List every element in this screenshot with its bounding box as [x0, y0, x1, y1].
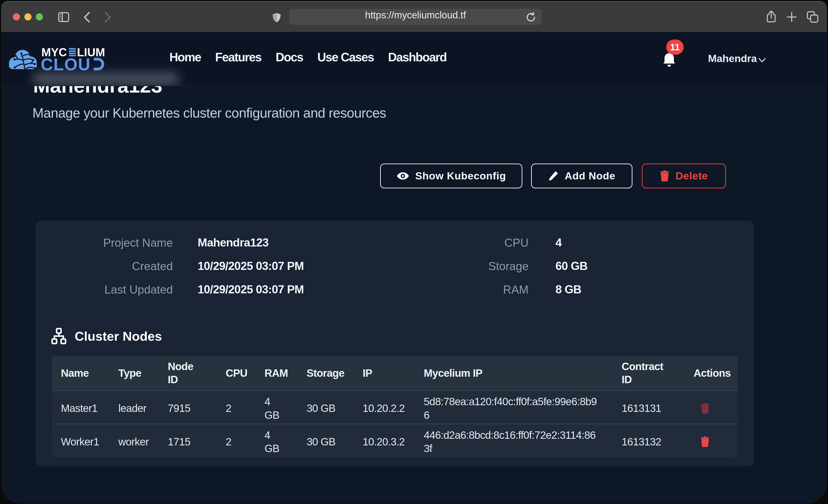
- svg-text:CLOU: CLOU: [41, 55, 91, 72]
